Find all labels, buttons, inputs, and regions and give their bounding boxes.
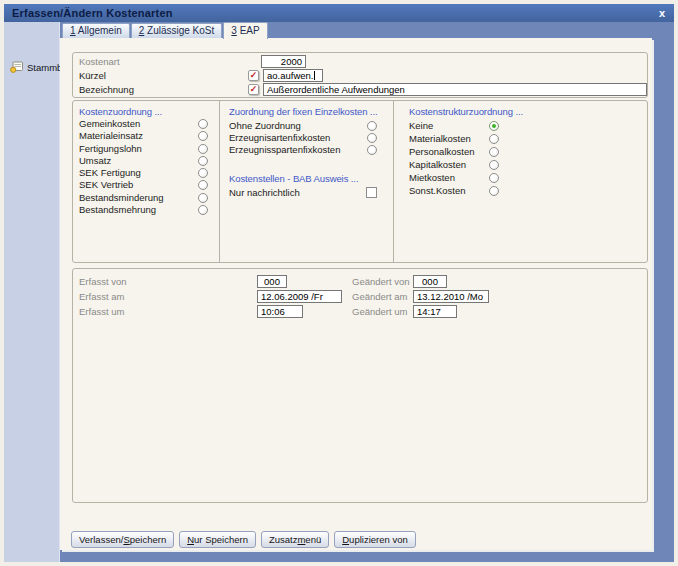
close-icon[interactable]: x	[659, 6, 665, 20]
button-label: Zusatzmenü	[269, 534, 321, 545]
option-row: Materialeinsatz	[79, 130, 208, 141]
form-icon	[10, 61, 23, 73]
option-label: Bestandsminderung	[79, 192, 164, 203]
option-label: Kapitalkosten	[409, 159, 466, 170]
group-audit: Erfasst von 000 Geändert von 000 Erfasst…	[72, 268, 648, 503]
erfasst-von-input[interactable]: 000	[257, 275, 287, 288]
tab-eap[interactable]: 3 EAP	[223, 22, 267, 39]
radio-personalkosten[interactable]	[489, 147, 499, 157]
kuerzel-input[interactable]: ao.aufwen.	[263, 69, 323, 82]
option-row: Erzeugnisartenfixkosten	[229, 132, 377, 143]
app-window: Erfassen/Ändern Kostenarten x Stammblatt…	[4, 4, 674, 562]
geaendert-von-label: Geändert von	[352, 275, 410, 288]
geaendert-um-label: Geändert um	[352, 305, 407, 318]
tab-label: Zulässige KoSt	[144, 25, 214, 36]
radio-bestandsminderung[interactable]	[198, 193, 208, 203]
option-row: Keine	[409, 120, 499, 131]
erfasst-um-value: 10:06	[261, 306, 285, 317]
radio-erzeugnisartenfixkosten[interactable]	[367, 133, 377, 143]
radio-sek-vertrieb[interactable]	[198, 180, 208, 190]
option-label: SEK Vertrieb	[79, 179, 133, 190]
button-label: Nur Speichern	[187, 534, 248, 545]
checkbox-nur-nachrichtlich[interactable]	[366, 187, 377, 198]
option-label: Erzeugnisartenfixkosten	[229, 132, 330, 143]
radio-kapitalkosten[interactable]	[489, 160, 499, 170]
option-label: Keine	[409, 120, 433, 131]
radio-keine[interactable]	[489, 121, 499, 131]
kostenart-input[interactable]: 2000	[261, 55, 306, 68]
radio-sek-fertigung[interactable]	[198, 168, 208, 178]
option-label: Nur nachrichtlich	[229, 187, 300, 198]
kuerzel-value: ao.aufwen.	[267, 70, 313, 81]
duplizieren-von-button[interactable]: Duplizieren von	[334, 531, 416, 548]
window-title: Erfassen/Ändern Kostenarten	[4, 7, 173, 19]
option-label: Umsatz	[79, 155, 111, 166]
option-label: SEK Fertigung	[79, 167, 141, 178]
check-glyph: ✓	[250, 71, 258, 80]
bezeichnung-check-icon[interactable]: ✓	[248, 84, 259, 95]
tab-zulaessige-kost[interactable]: 2 Zulässige KoSt	[131, 23, 223, 38]
option-row: Bestandsminderung	[79, 192, 208, 203]
kuerzel-label: Kürzel	[79, 69, 106, 82]
option-row: Materialkosten	[409, 133, 499, 144]
option-label: Erzeugnisspartenfixkosten	[229, 144, 340, 155]
option-row: Nur nachrichtlich	[229, 187, 377, 198]
option-row: Fertigungslohn	[79, 143, 208, 154]
option-label: Ohne Zuordnung	[229, 120, 301, 131]
radio-materialeinsatz[interactable]	[198, 131, 208, 141]
geaendert-am-label: Geändert am	[352, 290, 407, 303]
option-label: Personalkosten	[409, 146, 474, 157]
bab-ausweis-header: Kostenstellen - BAB Ausweis ...	[229, 173, 358, 184]
option-row: Kapitalkosten	[409, 159, 499, 170]
text-caret	[314, 71, 315, 80]
kostenzuordnung-header: Kostenzuordnung ...	[79, 106, 162, 117]
window-titlebar: Erfassen/Ändern Kostenarten x	[4, 4, 674, 22]
geaendert-am-input[interactable]: 13.12.2010 /Mo	[413, 290, 489, 303]
sidebar: Stammblatt	[4, 22, 60, 562]
radio-ohne-zuordnung[interactable]	[367, 121, 377, 131]
column-divider	[393, 101, 394, 262]
verlassen-speichern-button[interactable]: Verlassen/Speichern	[71, 531, 174, 548]
radio-materialkosten[interactable]	[489, 134, 499, 144]
button-label: Verlassen/Speichern	[79, 534, 166, 545]
bezeichnung-label: Bezeichnung	[79, 83, 134, 96]
erfasst-am-input[interactable]: 12.06.2009 /Fr	[257, 290, 342, 303]
erfasst-am-label: Erfasst am	[79, 290, 124, 303]
option-row: Personalkosten	[409, 146, 499, 157]
radio-bestandsmehrung[interactable]	[198, 205, 208, 215]
option-row: Ohne Zuordnung	[229, 120, 377, 131]
radio-sonst-kosten[interactable]	[489, 186, 499, 196]
geaendert-von-input[interactable]: 000	[413, 275, 447, 288]
geaendert-um-value: 14:17	[417, 306, 441, 317]
kuerzel-check-icon[interactable]: ✓	[248, 70, 259, 81]
option-row: Bestandsmehrung	[79, 204, 208, 215]
option-label: Materialkosten	[409, 133, 471, 144]
nur-speichern-button[interactable]: Nur Speichern	[179, 531, 256, 548]
radio-gemeinkosten[interactable]	[198, 119, 208, 129]
radio-fertigungslohn[interactable]	[198, 144, 208, 154]
geaendert-um-input[interactable]: 14:17	[413, 305, 457, 318]
option-label: Materialeinsatz	[79, 130, 143, 141]
zusatzmenu-button[interactable]: Zusatzmenü	[261, 531, 329, 548]
tab-allgemein[interactable]: 1 Allgemein	[62, 23, 130, 38]
kostenstruktur-header: Kostenstrukturzuordnung ...	[409, 106, 523, 117]
radio-erzeugnisspartenfixkosten[interactable]	[367, 145, 377, 155]
erfasst-um-input[interactable]: 10:06	[257, 305, 303, 318]
option-row: Gemeinkosten	[79, 118, 208, 129]
radio-mietkosten[interactable]	[489, 173, 499, 183]
kostenart-label: Kostenart	[79, 55, 120, 68]
bezeichnung-value: Außerordentliche Aufwendungen	[267, 84, 405, 95]
group-identification: Kostenart 2000 Kürzel ✓ ao.aufwen. Bezei…	[72, 52, 648, 98]
button-label: Duplizieren von	[342, 534, 408, 545]
tab-label: EAP	[237, 25, 260, 36]
bezeichnung-input[interactable]: Außerordentliche Aufwendungen	[263, 83, 647, 96]
radio-umsatz[interactable]	[198, 156, 208, 166]
option-row: Erzeugnisspartenfixkosten	[229, 144, 377, 155]
erfasst-von-value: 000	[264, 276, 280, 287]
content-panel: Kostenart 2000 Kürzel ✓ ao.aufwen. Bezei…	[60, 38, 652, 550]
option-row: Sonst.Kosten	[409, 185, 499, 196]
option-row: Umsatz	[79, 155, 208, 166]
geaendert-von-value: 000	[422, 276, 438, 287]
main-area: 1 Allgemein 2 Zulässige KoSt 3 EAP Koste…	[60, 22, 674, 562]
group-assignments: Kostenzuordnung ... Gemeinkosten Materia…	[72, 100, 648, 263]
